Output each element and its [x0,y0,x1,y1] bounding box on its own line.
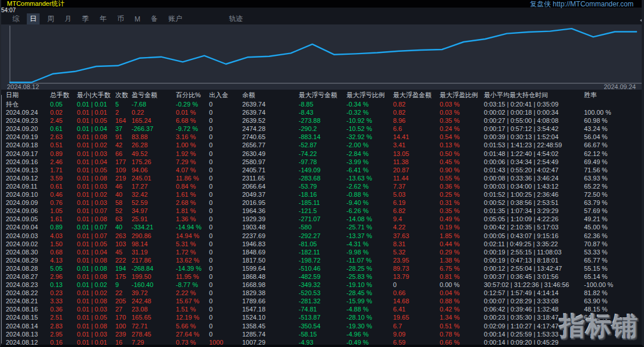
cell-pnl: 7.29 [132,338,176,346]
table-row[interactable]: 2024.09.240.020.01 | 0.0120.220.01 %0263… [1,108,643,116]
table-row[interactable]: 2024.09.021.500.01 | 0.0510398.145.31 %0… [1,240,643,248]
cell-inout: 0 [209,322,242,330]
table-row[interactable]: 2024.09.170.890.01 | 0.036649.521.92 %02… [1,150,643,158]
cell-mfp: 13.79 [393,272,440,281]
cell-date: 2024.08.16 [6,305,50,313]
menu-item-month[interactable]: 月 [62,13,75,24]
splitter-grip-icon[interactable] [640,17,644,23]
table-row[interactable]: 2024.08.300.680.01 | 0.044531.191.72 %01… [1,248,643,256]
cell-win: 63.93 % [584,174,643,182]
menu-item-account[interactable]: 账户 [165,13,185,24]
cell-mfpp: 1.85 % [440,232,484,240]
cell-times: 0:00:27 | 0:55:00 | 4:08:08 [484,116,584,125]
cell-mfl: -349.32 [299,281,346,289]
menu-item-day[interactable]: 日 [27,13,40,24]
table-row[interactable]: 2024.08.220.230.01 | 0.022239.722.22 %01… [1,289,643,297]
cell-count: 109 [115,166,132,174]
table-row[interactable]: 2024.09.192.630.01 | 0.089183.883.16 %02… [1,133,643,141]
cell-mflp: -9.98 % [346,248,393,256]
cell-lots: 0.61 [50,182,77,190]
cell-balance: 1848.69 [242,248,299,256]
cell-mfpp: 0.78 % [440,330,484,338]
table-row[interactable]: 2024.09.232.450.01 | 0.05164165.246.68 %… [1,116,643,125]
cell-date: 2024.08.29 [6,256,50,264]
cell-mflp: -19.10 % [346,281,393,289]
cell-lots: 0.05 [50,100,77,108]
cell-inout: 0 [209,133,242,141]
table-row[interactable]: 2024.08.152.510.01 | 0.05170165.6512.19 … [1,313,643,321]
table-row[interactable]: 2024.08.142.830.01 | 0.0810072.715.66 %0… [1,322,643,330]
cell-win: 57.69 % [584,207,643,215]
menu-item-year[interactable]: 年 [97,13,109,24]
left-scroll-line[interactable] [1,95,2,344]
cell-pnl: 175.26 [132,158,176,166]
cell-date: 2024.08.23 [6,281,50,289]
table-row[interactable]: 2024.09.110.610.01 | 0.034617.270.84 %02… [1,182,643,190]
cell-minmax: 0.01 | 0.02 [77,190,115,199]
column-header-balance: 余额 [242,90,299,100]
cell-date: 2024.09.19 [6,133,50,141]
table-row[interactable]: 2024.09.090.760.01 | 0.035852.592.68 %02… [1,199,643,207]
menu-item-track[interactable]: 轨迹 [226,13,246,24]
table-row[interactable]: 2024.09.061.050.01 | 0.075234.971.81 %01… [1,207,643,215]
cell-pnl: -268.84 [132,264,176,272]
menu-item-week[interactable]: 周 [44,13,57,24]
cell-times: 0:01:35 | 1:07:34 | 3:29:29 [484,207,584,215]
table-row[interactable]: 2024.08.272.960.01 | 0.08175199.5011.95 … [1,272,643,281]
menu-item-zong[interactable]: 综 [9,13,22,24]
table-row[interactable]: 2024.09.051.610.01 | 0.086325.911.36 %01… [1,215,643,223]
cell-win: 66.67 % [584,141,643,149]
cell-inout: 0 [209,207,242,215]
cell-pct: 4.07 % [176,166,209,174]
cell-lots: 0.13 [50,281,77,289]
menu-item-currency[interactable]: 币 [114,13,127,24]
cell-count: 239 [115,330,132,338]
cell-mflp: -11.07 % [346,256,393,264]
table-row[interactable]: 2024.08.285.050.01 | 0.08194-268.84-14.3… [1,264,643,272]
cell-balance: 1547.18 [242,305,299,313]
cell-mflp: -0.88 % [346,190,393,199]
table-row[interactable]: 2024.08.160.360.01 | 0.032723.081.51 %01… [1,305,643,313]
cell-pct: -9.72 % [176,125,209,133]
cell-mfpp: 0.00 % [440,281,484,289]
cell-pnl: 0.22 [132,108,176,116]
table-row[interactable]: 2024.08.230.130.01 | 0.029-160.40-8.77 %… [1,281,643,289]
table-row[interactable]: 2024.09.034.030.01 | 0.07263290.8614.94 … [1,232,643,240]
table-row[interactable]: 2024.08.213.330.01 | 0.08205242.4815.67 … [1,297,643,305]
menu-item-m[interactable]: M [132,15,143,24]
brand-link[interactable]: 复盘侠 http://MTCommander.com [530,0,634,8]
cell-mflp: -4.96 % [346,330,393,338]
cell-times: 0:03:15 | 0:20:41 | 0:35:09 [484,100,584,108]
cell-pct: 11.86 % [176,174,209,182]
table-row[interactable]: 2024.09.131.710.01 | 0.0510994.064.07 %0… [1,166,643,174]
cell-mfp: 0 [393,281,440,289]
cell-balance: 1868.48 [242,272,299,281]
table-row[interactable]: 2024.09.040.890.01 | 0.0740-334.21-14.94… [1,223,643,231]
table-row[interactable]: 2024.08.132.950.01 | 0.03239278.4527.64 … [1,330,643,338]
cell-mfl: -482.59 [299,272,346,281]
cell-balance: 1929.39 [242,215,299,223]
table-row[interactable]: 2024.09.162.460.01 | 0.04177175.267.29 %… [1,158,643,166]
table-row[interactable]: 2024.08.120.160.01 | 0.01167.290.73 %100… [1,338,643,346]
cell-pnl: 165.24 [132,116,176,125]
menu-item-quarter[interactable]: 季 [79,13,92,24]
cell-times: 0:00:05 | 0:43:07 | 9:15:16 [484,232,584,240]
cell-balance: 1817.50 [242,256,299,264]
cell-balance: 2049.37 [242,190,299,199]
table-row[interactable]: 2024.09.123.590.01 | 0.08219245.0111.86 … [1,174,643,182]
table-row[interactable]: 持仓0.050.01 | 0.015-7.68-0.29 %02639.74-8… [1,100,643,108]
column-header-minmax: 最小|大手数 [77,90,115,100]
cell-lots: 0.23 [50,289,77,297]
menu-item-bei[interactable]: 备 [148,13,161,24]
table-row[interactable]: 2024.09.200.610.01 | 0.0437-266.37-9.72 … [1,125,643,133]
cell-count: 52 [115,207,132,215]
table-row[interactable]: 2024.08.294.130.01 | 0.08222217.8613.62 … [1,256,643,264]
cell-mflp: -32.92 % [346,133,393,141]
cell-lots: 0.51 [50,141,77,149]
cell-lots: 2.45 [50,116,77,125]
cell-win: 43.24 % [584,125,643,133]
table-row[interactable]: 2024.09.180.510.01 | 0.024226.281.00 %02… [1,141,643,149]
cell-minmax: 0.01 | 0.07 [77,223,115,231]
cell-mfp: 9.09 [393,330,440,338]
table-row[interactable]: 2024.09.100.460.01 | 0.024032.421.61 %02… [1,190,643,199]
